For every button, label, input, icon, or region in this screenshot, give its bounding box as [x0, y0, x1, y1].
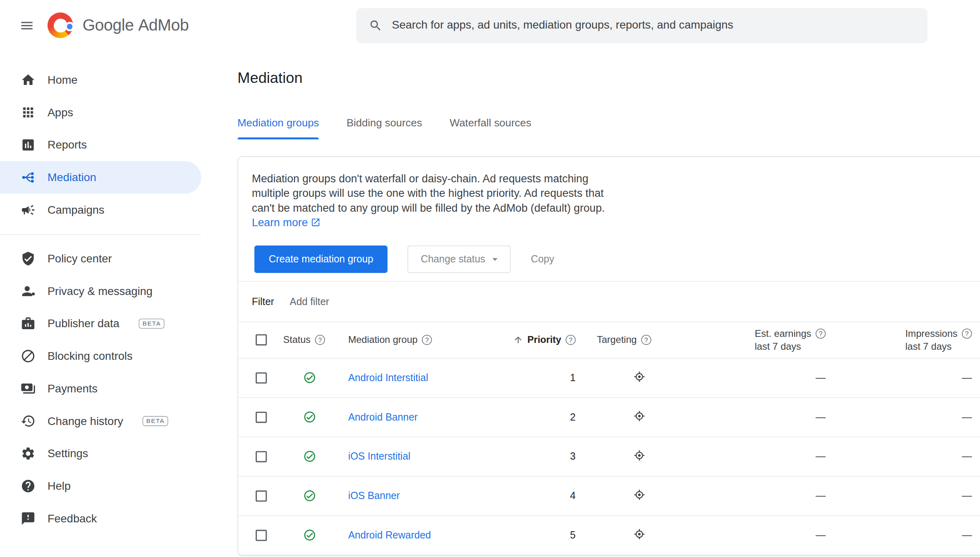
row-checkbox[interactable] — [256, 372, 267, 384]
sidebar-item-help[interactable]: Help — [0, 470, 201, 502]
sidebar-item-payments[interactable]: Payments — [0, 372, 201, 405]
filter-bar: Filter Add filter — [238, 282, 980, 322]
sidebar-item-feedback[interactable]: Feedback — [0, 502, 201, 535]
status-active-icon — [303, 528, 316, 542]
mediation-groups-card: Mediation groups don't waterfall or dais… — [238, 156, 980, 556]
megaphone-icon — [21, 202, 35, 217]
sidebar-item-label: Feedback — [48, 512, 97, 525]
status-active-icon — [303, 371, 316, 384]
priority-value: 5 — [570, 530, 585, 541]
mediation-group-link[interactable]: Android Rewarded — [348, 530, 431, 540]
mediation-group-link[interactable]: Android Banner — [348, 411, 418, 422]
table-row: iOS Interstitial 3 — — — [238, 437, 980, 477]
help-icon — [21, 479, 35, 493]
search-input[interactable] — [392, 19, 915, 32]
column-header-impressions[interactable]: Impressions?last 7 days — [905, 328, 980, 352]
help-icon[interactable]: ? — [641, 335, 651, 345]
mediation-description: Mediation groups don't waterfall or dais… — [238, 157, 980, 231]
help-icon[interactable]: ? — [962, 328, 972, 338]
targeting-icon[interactable] — [633, 449, 645, 462]
action-bar: Create mediation group Change status Cop… — [238, 230, 980, 281]
select-all-checkbox[interactable] — [256, 334, 267, 346]
earnings-value: — — [816, 411, 841, 423]
sidebar-item-reports[interactable]: Reports — [0, 129, 201, 161]
mediation-group-link[interactable]: iOS Banner — [348, 490, 400, 501]
impressions-value: — — [962, 411, 980, 423]
sidebar-item-label: Policy center — [48, 252, 112, 265]
person-dot-icon — [21, 284, 35, 299]
table-row: iOS Banner 4 — — — [238, 477, 980, 516]
column-header-mediation-group[interactable]: Mediation group? — [348, 334, 511, 346]
row-checkbox[interactable] — [256, 411, 267, 423]
column-header-priority[interactable]: Priority? — [513, 334, 584, 346]
table-row: Android Interstitial 1 — — — [238, 358, 980, 398]
targeting-icon[interactable] — [633, 528, 645, 540]
help-icon[interactable]: ? — [422, 335, 432, 345]
targeting-icon[interactable] — [633, 488, 645, 501]
add-filter-button[interactable]: Add filter — [290, 296, 329, 307]
sort-ascending-icon — [513, 335, 523, 345]
feedback-icon — [21, 511, 35, 526]
targeting-icon[interactable] — [633, 410, 645, 422]
column-header-est-earnings[interactable]: Est. earnings?last 7 days — [755, 328, 840, 352]
sidebar-item-apps[interactable]: Apps — [0, 96, 201, 129]
admob-logo[interactable]: GoogleAdMob — [48, 12, 189, 38]
row-checkbox[interactable] — [256, 490, 267, 501]
status-active-icon — [303, 411, 316, 424]
bar-chart-icon — [21, 138, 35, 153]
sidebar-item-blocking-controls[interactable]: Blocking controls — [0, 340, 201, 372]
admob-logo-icon — [48, 12, 73, 38]
impressions-value: — — [962, 490, 980, 501]
gear-icon — [21, 446, 35, 461]
learn-more-link[interactable]: Learn more — [252, 216, 320, 229]
briefcase-icon — [21, 316, 35, 331]
sidebar-item-label: Home — [48, 73, 78, 87]
beta-badge: BETA — [139, 319, 165, 329]
sidebar-item-mediation[interactable]: Mediation — [0, 161, 201, 194]
column-header-targeting[interactable]: Targeting? — [584, 334, 722, 346]
beta-badge: BETA — [143, 416, 168, 426]
row-checkbox[interactable] — [256, 530, 267, 541]
sidebar-item-label: Blocking controls — [48, 350, 132, 363]
tab-waterfall-sources[interactable]: Waterfall sources — [450, 117, 531, 139]
sidebar-item-policy-center[interactable]: Policy center — [0, 242, 201, 275]
priority-value: 4 — [570, 490, 585, 501]
apps-grid-icon — [21, 105, 35, 120]
admob-app: GoogleAdMob Home Apps Reports — [0, 0, 980, 557]
row-checkbox[interactable] — [256, 451, 267, 462]
home-icon — [21, 72, 35, 87]
impressions-value: — — [962, 530, 980, 541]
create-mediation-group-button[interactable]: Create mediation group — [254, 245, 388, 272]
earnings-value: — — [816, 530, 841, 541]
help-icon[interactable]: ? — [315, 335, 325, 345]
sidebar-item-settings[interactable]: Settings — [0, 437, 201, 470]
copy-button[interactable]: Copy — [531, 254, 554, 265]
block-icon — [21, 349, 35, 363]
sidebar-item-publisher-data[interactable]: Publisher data BETA — [0, 307, 201, 340]
global-search-bar[interactable] — [356, 8, 928, 43]
tab-bidding-sources[interactable]: Bidding sources — [347, 117, 422, 139]
help-icon[interactable]: ? — [566, 335, 576, 345]
chevron-down-icon — [489, 253, 502, 265]
sidebar-item-label: Settings — [48, 447, 88, 460]
help-icon[interactable]: ? — [816, 328, 826, 338]
sidebar-item-privacy-messaging[interactable]: Privacy & messaging — [0, 275, 201, 307]
tab-bar: Mediation groups Bidding sources Waterfa… — [238, 117, 980, 139]
sidebar-item-home[interactable]: Home — [0, 64, 201, 96]
change-status-button[interactable]: Change status — [407, 245, 511, 272]
tab-mediation-groups[interactable]: Mediation groups — [238, 117, 319, 139]
mediation-group-link[interactable]: iOS Interstitial — [348, 451, 411, 461]
column-header-status[interactable]: Status? — [283, 334, 348, 346]
mediation-group-link[interactable]: Android Interstitial — [348, 372, 428, 383]
priority-value: 3 — [570, 451, 585, 462]
sidebar-item-campaigns[interactable]: Campaigns — [0, 194, 201, 226]
sidebar-item-change-history[interactable]: Change history BETA — [0, 405, 201, 437]
sidebar-divider — [0, 234, 201, 235]
targeting-icon[interactable] — [633, 370, 645, 383]
earnings-value: — — [816, 451, 841, 462]
page-title: Mediation — [238, 69, 980, 87]
impressions-value: — — [962, 451, 980, 462]
hamburger-menu-icon[interactable] — [12, 11, 41, 39]
sidebar-item-label: Mediation — [48, 171, 96, 184]
impressions-value: — — [962, 372, 980, 384]
